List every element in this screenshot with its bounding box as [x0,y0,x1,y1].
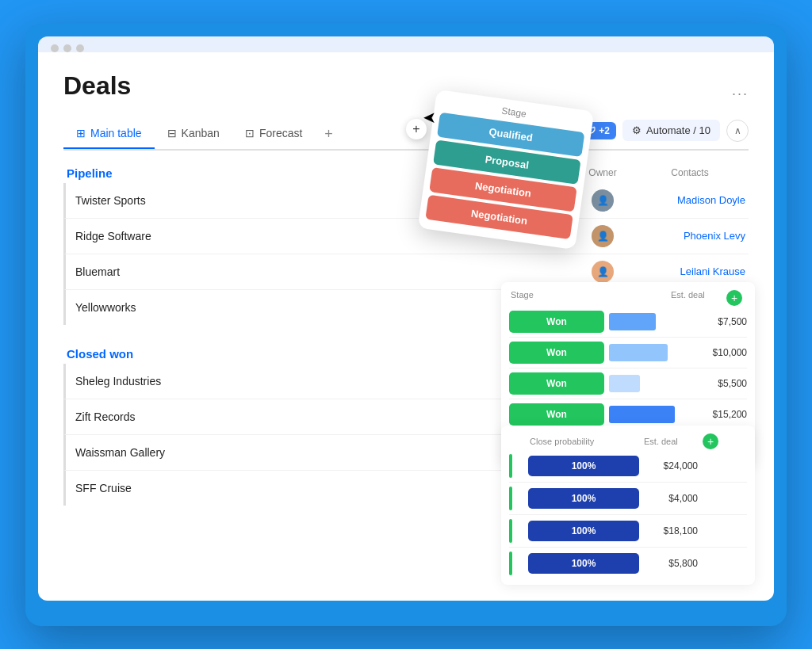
main-table-icon: ⊞ [76,127,86,139]
est-deal-value: $10,000 [691,347,747,358]
est-deal-value: $15,200 [691,409,747,420]
tab-forecast[interactable]: ⊡ Forecast [232,120,315,149]
tabs-bar: ⊞ Main table ⊟ Kanban ⊡ Forecast + 🛡 +2 [63,120,749,151]
dot2 [63,44,71,52]
prob-row: 100% $4,000 [509,487,747,515]
avatar: 👤 [592,189,614,212]
won-row: Won $10,000 [509,342,747,368]
tab-forecast-label: Forecast [259,127,302,139]
cursor-icon: ➤ [423,108,436,127]
won-stage-col: Stage [511,290,606,306]
won-pill: Won [509,403,604,426]
collapse-button[interactable]: ∧ [726,120,749,142]
won-pill: Won [509,372,604,395]
won-row: Won $5,500 [509,372,747,399]
kanban-icon: ⊟ [167,127,177,139]
tab-main-table[interactable]: ⊞ Main table [63,120,155,149]
avatar: 👤 [592,261,614,283]
est-deal-value: $7,500 [691,316,747,327]
more-options-button[interactable]: ··· [732,86,749,102]
prob-pill: 100% [528,553,639,574]
prob-pill: 100% [528,521,639,541]
tab-kanban-label: Kanban [182,127,220,139]
row-name: Sheleg Industries [69,375,571,387]
row-name: SFF Cruise [69,482,571,494]
owner-cell: 👤 [571,225,634,247]
prob-col-label: Close probability [530,437,641,446]
page-title: Deals [63,71,131,101]
prob-row: 100% $5,800 [509,552,747,575]
won-pill: Won [509,342,604,364]
owner-cell: 👤 [571,261,634,283]
automate-label: Automate / 10 [646,124,710,136]
prob-row: 100% $24,000 [509,454,747,483]
prob-pill: 100% [528,456,639,476]
won-pill: Won [509,311,604,333]
row-name: Yellowworks [69,301,571,314]
automate-icon: ⚙ [632,124,642,136]
row-indicator [509,552,512,575]
main-window: Deals ··· ⊞ Main table ⊟ Kanban ⊡ Foreca… [38,52,774,601]
tab-main-table-label: Main table [90,127,142,139]
deals-content: Deals ··· ⊞ Main table ⊟ Kanban ⊡ Foreca… [38,52,774,601]
contact-name[interactable]: Madison Doyle [634,194,745,206]
table-row: Ridge Software 👤 Phoenix Levy [63,219,749,254]
prob-pill: 100% [528,488,639,509]
contact-name[interactable]: Leilani Krause [634,265,745,277]
right-toolbar: 🛡 +2 ⚙ Automate / 10 ∧ [580,120,749,150]
prob-est-value: $18,100 [642,525,698,536]
tab-kanban[interactable]: ⊟ Kanban [155,120,232,149]
shield-count: +2 [599,125,610,136]
prob-est-value: $4,000 [642,493,698,504]
forecast-icon: ⊡ [245,127,255,139]
row-indicator [509,454,512,478]
add-prob-col-button[interactable]: + [703,433,718,449]
table-row: Twister Sports 👤 Madison Doyle [63,183,749,219]
pipeline-header: Pipeline Owner Contacts [63,166,749,180]
est-deal-value: $5,500 [691,378,747,389]
closed-won-title: Closed won [67,347,571,361]
automate-button[interactable]: ⚙ Automate / 10 [622,120,720,141]
stage-dropdown-popup: Stage Qualified Proposal Negotiation Neg… [418,89,595,249]
contact-name[interactable]: Phoenix Levy [634,230,745,242]
won-row: Won $7,500 [509,311,747,338]
prob-est-col-label: Est. deal [644,437,699,446]
prob-row: 100% $18,100 [509,519,747,548]
row-name: Waissman Gallery [69,446,571,459]
won-est-col: Est. deal [671,290,726,306]
collapse-icon: ∧ [734,125,741,136]
row-name: Bluemart [69,265,571,278]
browser-frame: Deals ··· ⊞ Main table ⊟ Kanban ⊡ Foreca… [25,24,787,626]
pipeline-contacts-col: Contacts [634,167,745,178]
add-tab-button[interactable]: + [315,120,343,151]
dot1 [51,44,59,52]
browser-chrome [38,36,774,52]
probability-overlay: Close probability Est. deal + 100% $24,0… [501,426,755,585]
prob-est-value: $24,000 [642,460,698,471]
row-indicator [509,519,512,543]
row-name: Zift Records [69,410,571,423]
row-indicator [509,487,512,510]
add-won-col-button[interactable]: + [726,290,742,306]
avatar: 👤 [592,225,614,247]
dot3 [76,44,84,52]
prob-est-value: $5,800 [642,558,698,569]
